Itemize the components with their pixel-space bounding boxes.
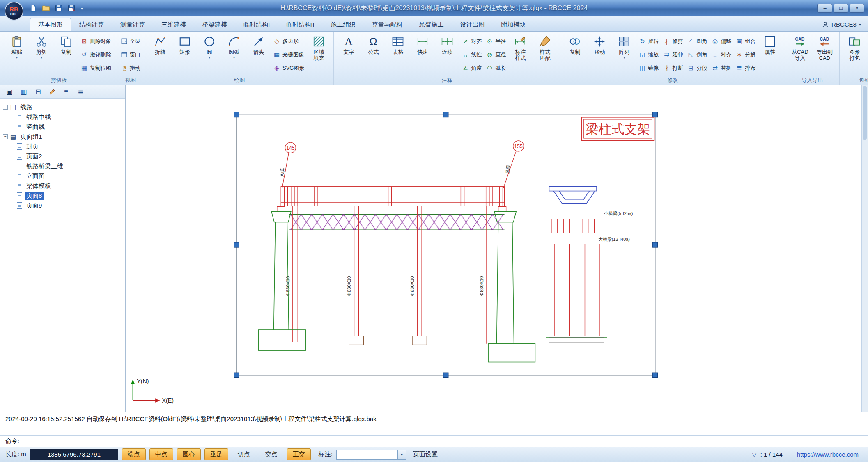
tab-cantilever-construction[interactable]: 悬臂施工: [411, 18, 452, 31]
arc-length-dim-button[interactable]: ◠弧长: [486, 63, 506, 73]
trim-button[interactable]: ∤修剪: [663, 36, 683, 47]
polygon-button[interactable]: ◇多边形: [273, 36, 304, 47]
vertical-scrollbar[interactable]: [861, 85, 868, 412]
zoom-window-button[interactable]: 窗口: [121, 49, 140, 60]
explode-button[interactable]: ∗分解: [735, 49, 755, 60]
fillet-button[interactable]: ◜圆角: [687, 36, 707, 47]
snap-midpoint-button[interactable]: 中点: [149, 448, 173, 460]
tab-addon-modules[interactable]: 附加模块: [493, 18, 534, 31]
tab-temp-structure-2[interactable]: 临时结构II: [278, 18, 322, 31]
copy-page-icon[interactable]: ▥: [20, 88, 28, 96]
tree-item-line-centerline[interactable]: 线路中线: [2, 112, 124, 122]
rotate-button[interactable]: ↻旋转: [638, 36, 659, 47]
text-button[interactable]: 文字: [337, 32, 361, 77]
mirror-button[interactable]: ◫镜像: [638, 63, 659, 73]
tree-item-line[interactable]: − ▤ 线路: [2, 102, 124, 112]
arc-button[interactable]: 圆弧 ▾: [222, 32, 246, 77]
tab-construction-org[interactable]: 施工组织: [323, 18, 364, 31]
ortho-button[interactable]: 正交: [287, 448, 311, 460]
collapse-all-icon[interactable]: ≣: [76, 88, 85, 96]
tab-quantity-materials[interactable]: 算量与配料: [364, 18, 411, 31]
add-page-icon[interactable]: ▣: [5, 88, 14, 96]
cad-export-button[interactable]: 导出到CAD: [813, 32, 836, 77]
close-button[interactable]: ×: [850, 4, 864, 13]
tree-item-beam-template[interactable]: 梁体模板: [2, 181, 124, 191]
expand-all-icon[interactable]: ≡: [62, 88, 70, 96]
tab-structure-calc[interactable]: 结构计算: [71, 18, 112, 31]
angle-dim-button[interactable]: ∠角度: [462, 63, 482, 73]
diameter-dim-button[interactable]: Ø直径: [486, 49, 506, 60]
arrow-button[interactable]: 箭头: [247, 32, 271, 77]
filter-icon[interactable]: ▽: [752, 451, 757, 458]
tab-basic-graphics[interactable]: 基本图形: [30, 18, 71, 31]
copy-button[interactable]: 复制: [54, 32, 78, 77]
rename-page-icon[interactable]: [48, 88, 56, 96]
minimize-button[interactable]: –: [817, 4, 832, 13]
extend-button[interactable]: ⇉延伸: [663, 49, 683, 60]
cut-button[interactable]: 剪切 ▾: [30, 32, 53, 77]
raster-image-button[interactable]: ▦光栅图像: [273, 49, 304, 60]
pack-button[interactable]: 图形打包: [843, 32, 866, 77]
save-all-icon[interactable]: [67, 4, 76, 12]
tree-item-page9[interactable]: 页面9: [2, 201, 124, 210]
snap-tangent-button[interactable]: 切点: [232, 448, 256, 460]
continuous-dim-button[interactable]: 连续: [435, 32, 459, 77]
rectangle-button[interactable]: 矩形: [173, 32, 197, 77]
tree-item-vertical-curve[interactable]: 竖曲线: [2, 122, 124, 132]
scrollbar-thumb[interactable]: [863, 86, 867, 140]
group-button[interactable]: ▣组合: [735, 36, 755, 47]
scale-button[interactable]: ◲缩放: [638, 49, 659, 60]
tree-item-page2[interactable]: 页面2: [2, 151, 124, 161]
command-line[interactable]: 命令:: [0, 435, 868, 447]
table-button[interactable]: 表格: [386, 32, 410, 77]
snap-endpoint-button[interactable]: 端点: [122, 448, 146, 460]
tab-3d-modeling[interactable]: 三维建模: [153, 18, 194, 31]
tree-item-cover-page[interactable]: 封页: [2, 142, 124, 151]
maximize-button[interactable]: □: [834, 4, 848, 13]
quick-dim-button[interactable]: 快速: [411, 32, 434, 77]
chevron-down-icon[interactable]: ▾: [397, 450, 406, 459]
collapse-expander-icon[interactable]: −: [3, 134, 8, 139]
replace-button[interactable]: ⇄替换: [711, 63, 731, 73]
app-logo[interactable]: RB CCE: [5, 2, 23, 21]
paste-button[interactable]: 粘贴 ▾: [5, 32, 29, 77]
tab-design-drawing[interactable]: 设计出图: [452, 18, 493, 31]
svg-graphic-button[interactable]: ◈SVG图形: [273, 63, 304, 73]
tree-item-elevation-view[interactable]: 立面图: [2, 171, 124, 181]
cad-drawing[interactable]: 梁柱式支架 145 155 风缆 风缆: [126, 85, 868, 412]
array-button[interactable]: 阵列 ▾: [612, 32, 636, 77]
hatch-button[interactable]: 区域填充: [307, 32, 331, 77]
zoom-all-button[interactable]: 全显: [121, 36, 140, 47]
undo-delete-button[interactable]: ↺撤销删除: [80, 49, 111, 60]
user-menu[interactable]: RBCCE3 ▾: [822, 18, 861, 31]
circle-button[interactable]: 圆 ▾: [197, 32, 221, 77]
pan-button[interactable]: 拖动: [121, 63, 140, 73]
website-link[interactable]: https://www.rbcce.com: [797, 451, 859, 458]
dimension-style-combo[interactable]: ▾: [336, 450, 406, 460]
formula-button[interactable]: 公式: [361, 32, 385, 77]
copy-bitmap-button[interactable]: ▦复制位图: [80, 63, 111, 73]
save-icon[interactable]: [55, 4, 63, 12]
linear-dim-button[interactable]: ↔线性: [462, 49, 482, 60]
segment-button[interactable]: ⊟分段: [687, 63, 707, 73]
delete-object-button[interactable]: ⊠删除对象: [80, 36, 111, 47]
delete-page-icon[interactable]: ⊟: [34, 88, 42, 96]
move-button[interactable]: 移动: [588, 32, 611, 77]
style-match-button[interactable]: 样式匹配: [533, 32, 557, 77]
tree-item-page-group1[interactable]: − ▤ 页面组1: [2, 132, 124, 142]
snap-center-button[interactable]: 圆心: [177, 448, 201, 460]
break-button[interactable]: ∦打断: [663, 63, 683, 73]
new-file-icon[interactable]: [29, 4, 37, 12]
open-file-icon[interactable]: [42, 4, 50, 12]
dim-style-button[interactable]: 标注样式: [508, 32, 532, 77]
offset-button[interactable]: ◎偏移: [711, 36, 731, 47]
tab-temp-structure-1[interactable]: 临时结构I: [235, 18, 278, 31]
modify-copy-button[interactable]: 复制: [563, 32, 587, 77]
tab-survey-calc[interactable]: 测量计算: [112, 18, 153, 31]
drawing-canvas[interactable]: 梁柱式支架 145 155 风缆 风缆: [126, 85, 868, 412]
snap-intersection-button[interactable]: 交点: [259, 448, 283, 460]
tab-bridge-modeling[interactable]: 桥梁建模: [194, 18, 235, 31]
chamfer-button[interactable]: ◺倒角: [687, 49, 707, 60]
quick-access-dropdown-icon[interactable]: ▾: [81, 7, 83, 10]
aligned-dim-button[interactable]: ↗对齐: [462, 36, 482, 47]
